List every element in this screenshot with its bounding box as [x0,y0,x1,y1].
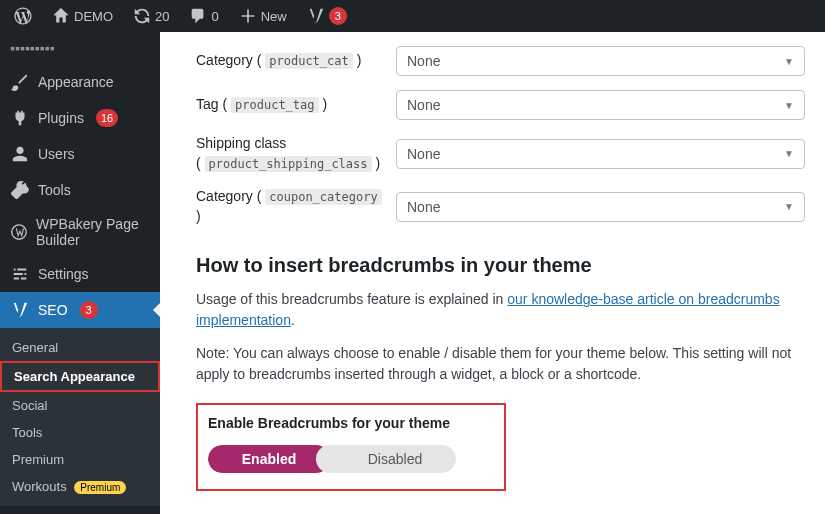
select-category-product[interactable]: None ▼ [396,46,805,76]
menu-label: Users [38,146,75,162]
updates-link[interactable]: 20 [125,0,177,32]
brush-icon [10,72,30,92]
site-name-link[interactable]: DEMO [44,0,121,32]
enable-breadcrumbs-label: Enable Breadcrumbs for your theme [208,415,490,431]
new-content-link[interactable]: New [231,0,295,32]
admin-sidebar: ▪▪▪▪▪▪▪▪▪ Appearance Plugins 16 Users To… [0,32,160,514]
section-heading: How to insert breadcrumbs in your theme [196,254,805,277]
submenu-social[interactable]: Social [0,392,160,419]
updates-count: 20 [155,9,169,24]
enable-breadcrumbs-block: Enable Breadcrumbs for your theme Enable… [196,403,506,491]
seo-count: 3 [80,301,98,319]
select-tag-product[interactable]: None ▼ [396,90,805,120]
user-icon [10,144,30,164]
menu-users[interactable]: Users [0,136,160,172]
seo-submenu: General Search Appearance Social Tools P… [0,328,160,506]
menu-settings[interactable]: Settings [0,256,160,292]
slug: product_cat [265,53,352,69]
slug: product_tag [231,97,318,113]
menu-label: WPBakery Page Builder [36,216,150,248]
toggle-disabled[interactable]: Disabled [316,445,456,473]
chevron-down-icon: ▼ [784,100,794,111]
chevron-down-icon: ▼ [784,148,794,159]
home-icon [52,7,70,25]
field-label: Category ( product_cat ) [196,51,386,71]
select-value: None [407,53,440,69]
comment-icon [189,7,207,25]
select-shipping-class[interactable]: None ▼ [396,139,805,169]
field-category-product: Category ( product_cat ) None ▼ [196,46,805,76]
menu-appearance[interactable]: Appearance [0,64,160,100]
site-name: DEMO [74,9,113,24]
menu-label: SEO [38,302,68,318]
plus-icon [239,7,257,25]
truncated-item: ▪▪▪▪▪▪▪▪▪ [0,32,160,64]
menu-label: Appearance [38,74,114,90]
field-label: Shipping class ( product_shipping_class … [196,134,386,173]
comments-link[interactable]: 0 [181,0,226,32]
select-category-coupon[interactable]: None ▼ [396,192,805,222]
menu-plugins[interactable]: Plugins 16 [0,100,160,136]
menu-seo[interactable]: SEO 3 [0,292,160,328]
field-category-coupon: Category ( coupon_category ) None ▼ [196,187,805,226]
submenu-tools[interactable]: Tools [0,419,160,446]
wpbakery-icon [10,222,28,242]
select-value: None [407,97,440,113]
select-value: None [407,199,440,215]
yoast-icon [307,7,325,25]
wordpress-icon [14,7,32,25]
wp-logo[interactable] [6,0,40,32]
note-desc: Note: You can always choose to enable / … [196,343,805,385]
refresh-icon [133,7,151,25]
select-value: None [407,146,440,162]
plugins-count: 16 [96,109,118,127]
main-content: Category ( product_cat ) None ▼ Tag ( pr… [160,32,825,514]
submenu-premium[interactable]: Premium [0,446,160,473]
yoast-icon [10,300,30,320]
usage-desc: Usage of this breadcrumbs feature is exp… [196,289,805,331]
yoast-link[interactable]: 3 [299,0,355,32]
menu-label: Plugins [38,110,84,126]
field-label: Category ( coupon_category ) [196,187,386,226]
premium-pill: Premium [74,481,126,494]
submenu-search-appearance[interactable]: Search Appearance [0,361,160,392]
admin-bar: DEMO 20 0 New 3 [0,0,825,32]
chevron-down-icon: ▼ [784,56,794,67]
new-label: New [261,9,287,24]
menu-label: Settings [38,266,89,282]
field-shipping-class: Shipping class ( product_shipping_class … [196,134,805,173]
plug-icon [10,108,30,128]
slug: product_shipping_class [205,156,372,172]
submenu-general[interactable]: General [0,334,160,361]
toggle-enabled[interactable]: Enabled [208,445,330,473]
wrench-icon [10,180,30,200]
yoast-count: 3 [329,7,347,25]
field-tag-product: Tag ( product_tag ) None ▼ [196,90,805,120]
slug: coupon_category [265,189,381,205]
field-label: Tag ( product_tag ) [196,95,386,115]
menu-label: Tools [38,182,71,198]
sliders-icon [10,264,30,284]
comments-count: 0 [211,9,218,24]
menu-wpbakery[interactable]: WPBakery Page Builder [0,208,160,256]
submenu-label: Workouts [12,479,67,494]
menu-tools[interactable]: Tools [0,172,160,208]
chevron-down-icon: ▼ [784,201,794,212]
submenu-workouts[interactable]: Workouts Premium [0,473,160,500]
breadcrumbs-toggle: Enabled Disabled [208,445,456,473]
